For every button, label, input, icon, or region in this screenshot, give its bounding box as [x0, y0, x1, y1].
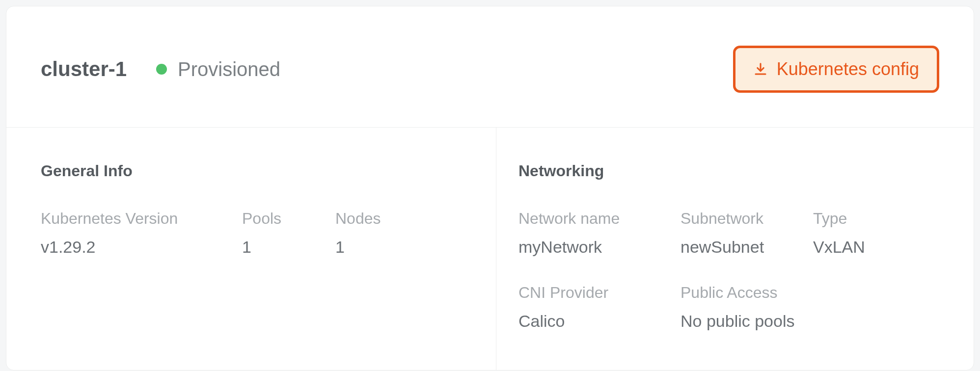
card-header: cluster-1 Provisioned Kubernetes config: [6, 6, 974, 128]
status-badge: Provisioned: [156, 58, 280, 80]
public-access-label: Public Access: [681, 284, 794, 302]
network-name-label: Network name: [518, 210, 656, 228]
type-value: VxLAN: [813, 238, 882, 257]
status-dot-icon: [156, 64, 167, 75]
networking-panel: Networking Network name myNetwork Subnet…: [496, 128, 974, 370]
status-text: Provisioned: [178, 58, 280, 80]
header-left: cluster-1 Provisioned: [41, 57, 280, 81]
general-info-panel: General Info Kubernetes Version v1.29.2 …: [6, 128, 496, 370]
public-access-value: No public pools: [681, 312, 794, 331]
type-label: Type: [813, 210, 882, 228]
public-access-field: Public Access No public pools: [681, 284, 794, 331]
pools-value: 1: [242, 238, 311, 257]
subnetwork-field: Subnetwork newSubnet: [681, 210, 789, 257]
pools-field: Pools 1: [242, 210, 311, 257]
networking-title: Networking: [518, 162, 939, 180]
network-name-value: myNetwork: [518, 238, 656, 257]
cni-provider-value: Calico: [518, 312, 656, 331]
subnetwork-label: Subnetwork: [681, 210, 789, 228]
nodes-value: 1: [335, 238, 404, 257]
general-info-fields: Kubernetes Version v1.29.2 Pools 1 Nodes…: [41, 210, 462, 257]
networking-row-2: CNI Provider Calico Public Access No pub…: [518, 284, 939, 331]
kubernetes-version-field: Kubernetes Version v1.29.2: [41, 210, 218, 257]
networking-row-1: Network name myNetwork Subnetwork newSub…: [518, 210, 939, 257]
subnetwork-value: newSubnet: [681, 238, 789, 257]
general-info-title: General Info: [41, 162, 462, 180]
kubernetes-config-button[interactable]: Kubernetes config: [733, 46, 939, 93]
cluster-card: cluster-1 Provisioned Kubernetes config …: [6, 6, 974, 371]
nodes-field: Nodes 1: [335, 210, 404, 257]
card-body: General Info Kubernetes Version v1.29.2 …: [6, 128, 974, 370]
download-icon: [753, 62, 768, 77]
cni-provider-field: CNI Provider Calico: [518, 284, 656, 331]
network-name-field: Network name myNetwork: [518, 210, 656, 257]
cluster-name: cluster-1: [41, 57, 127, 81]
kubernetes-version-value: v1.29.2: [41, 238, 218, 257]
pools-label: Pools: [242, 210, 311, 228]
kubernetes-version-label: Kubernetes Version: [41, 210, 218, 228]
kubernetes-config-label: Kubernetes config: [777, 59, 919, 80]
nodes-label: Nodes: [335, 210, 404, 228]
type-field: Type VxLAN: [813, 210, 882, 257]
cni-provider-label: CNI Provider: [518, 284, 656, 302]
